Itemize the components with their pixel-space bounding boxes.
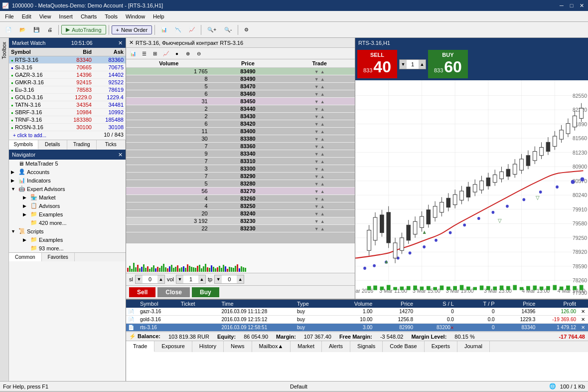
nav-tree-item[interactable]: ▶ 📁 Examples xyxy=(9,210,126,218)
dom-row[interactable]: 11 83400 ▼ ▲ xyxy=(126,128,355,135)
trade-row-close[interactable]: ✕ xyxy=(579,308,588,315)
menu-file[interactable]: File xyxy=(1,11,18,21)
nav-tree-item[interactable]: 🖥 MetaTrader 5 xyxy=(9,160,126,168)
dom-sl-input[interactable] xyxy=(143,276,157,283)
btab-alerts[interactable]: Alerts xyxy=(322,341,350,352)
dom-row[interactable]: 22 83230 ▼ ▲ xyxy=(126,225,355,232)
mw-tab-ticks[interactable]: Ticks xyxy=(97,140,126,150)
maximize-button[interactable]: □ xyxy=(567,1,576,10)
dom-row[interactable]: 30 83380 ▼ ▲ xyxy=(126,135,355,143)
btab-codebase[interactable]: Code Base xyxy=(383,341,424,352)
dom-trade-arrow[interactable]: ▼ ▲ xyxy=(284,128,355,135)
menu-help[interactable]: Help xyxy=(149,11,168,21)
menu-insert[interactable]: Insert xyxy=(55,11,77,21)
dom-trade-arrow[interactable]: ▼ ▲ xyxy=(284,120,355,128)
dom-trade-arrow[interactable]: ▼ ▲ xyxy=(284,195,355,202)
mw-row[interactable]: ● ROSN-3.16 30100 30108 xyxy=(9,124,126,131)
toolbar-zoom-in[interactable]: 🔍+ xyxy=(204,23,220,36)
dom-vol-down[interactable]: ▼ xyxy=(176,275,183,283)
dom-sell-button[interactable]: Sell xyxy=(129,287,155,297)
dom-row[interactable]: 31 83450 ▼ ▲ xyxy=(126,98,355,105)
dom-trade-arrow[interactable]: ▼ ▲ xyxy=(284,143,355,150)
navigator-close[interactable]: ✕ xyxy=(118,152,123,158)
dom-trade-arrow[interactable]: ▼ ▲ xyxy=(284,90,355,98)
toolbar-chart1[interactable]: 📊 xyxy=(157,23,170,36)
dom-row[interactable]: 7 83290 ▼ ▲ xyxy=(126,173,355,180)
dom-row[interactable]: 6 83460 ▼ ▲ xyxy=(126,90,355,98)
mw-add-symbol[interactable]: + click to add... xyxy=(11,132,48,139)
dom-trade-arrow[interactable]: ▼ ▲ xyxy=(284,105,355,113)
nav-tree-item[interactable]: ▶ 📋 Advisors xyxy=(9,201,126,210)
buy-box[interactable]: BUY 833 60 xyxy=(428,50,468,78)
dom-tp-spin[interactable]: ▼ ▲ xyxy=(214,275,244,284)
dom-row[interactable]: 1 765 83490 ▼ ▲ xyxy=(126,68,355,75)
trade-row-close[interactable]: ✕ xyxy=(579,324,588,331)
dom-trade-arrow[interactable]: ▼ ▲ xyxy=(284,210,355,217)
qty-up[interactable]: ▲ xyxy=(419,60,426,69)
dom-trade-arrow[interactable]: ▼ ▲ xyxy=(284,180,355,188)
menu-edit[interactable]: Edit xyxy=(18,11,35,21)
dom-vol-input[interactable] xyxy=(183,276,198,283)
btab-exposure[interactable]: Exposure xyxy=(154,341,192,352)
dom-tp-down[interactable]: ▼ xyxy=(215,275,222,283)
mw-row[interactable]: ● TATN-3.16 34354 34481 xyxy=(9,101,126,109)
toolbar-chart3[interactable]: 📈 xyxy=(185,23,198,36)
dom-sl-up[interactable]: ▲ xyxy=(157,275,164,283)
dom-vol-up[interactable]: ▲ xyxy=(198,275,205,283)
toolbar-settings[interactable]: ⚙ xyxy=(241,23,252,36)
toolbar-chart2[interactable]: 📉 xyxy=(171,23,184,36)
autotrading-button[interactable]: ▶ AutoTrading xyxy=(61,25,106,34)
btab-signals[interactable]: Signals xyxy=(350,341,383,352)
mw-row[interactable]: ● Eu-3.16 78583 78619 xyxy=(9,86,126,94)
dom-trade-arrow[interactable]: ▼ ▲ xyxy=(284,83,355,90)
toolbar-open[interactable]: 📂 xyxy=(16,23,29,36)
nav-tree-item[interactable]: ▶ 👤 Accounts xyxy=(9,168,126,176)
dom-row[interactable]: 4 83250 ▼ ▲ xyxy=(126,202,355,210)
trade-row[interactable]: 📄 gazr-3.16 2016.03.09 11:11:28 buy 1.00… xyxy=(126,308,588,316)
dom-row[interactable]: 9 83340 ▼ ▲ xyxy=(126,150,355,158)
close-button[interactable]: ✕ xyxy=(577,1,586,10)
menu-window[interactable]: Window xyxy=(122,11,149,21)
mw-tab-symbols[interactable]: Symbols xyxy=(9,140,38,150)
trade-row[interactable]: 📄 gold-3.16 2016.03.09 12:15:12 buy 10.0… xyxy=(126,316,588,324)
dom-tp-input[interactable] xyxy=(222,276,237,283)
dom-row[interactable]: 2 83440 ▼ ▲ xyxy=(126,105,355,113)
trade-row[interactable]: 📄 rts-3.16 2016.03.09 12:58:51 buy 3.00 … xyxy=(126,324,588,332)
dom-row[interactable]: 6 83420 ▼ ▲ xyxy=(126,120,355,128)
dom-vol-spin[interactable]: ▼ ▲ xyxy=(176,275,206,284)
btab-experts[interactable]: Experts xyxy=(425,341,457,352)
mw-row[interactable]: ● GOLD-3.16 1229.0 1229.4 xyxy=(9,94,126,101)
nav-tree-item[interactable]: ▼ 📜 Scripts xyxy=(9,227,126,235)
dom-tb-table[interactable]: ⊞ xyxy=(150,49,160,58)
dom-close-button[interactable]: Close xyxy=(157,287,190,297)
dom-tb-list[interactable]: ☰ xyxy=(139,49,149,58)
dom-row[interactable]: 7 83310 ▼ ▲ xyxy=(126,158,355,165)
nav-tab-favorites[interactable]: Favorites xyxy=(42,253,75,261)
dom-row[interactable]: 3 83300 ▼ ▲ xyxy=(126,165,355,173)
dom-tb-candlestick[interactable]: 📈 xyxy=(161,49,171,58)
dom-trade-arrow[interactable]: ▼ ▲ xyxy=(284,158,355,165)
dom-buy-button[interactable]: Buy xyxy=(192,287,219,297)
mw-row[interactable]: ● TRNF-3.16 183380 185488 xyxy=(9,116,126,124)
dom-trade-arrow[interactable]: ▼ ▲ xyxy=(284,113,355,120)
dom-row[interactable]: 3 192 83230 ▼ ▲ xyxy=(126,217,355,225)
dom-tb-chart[interactable]: 📊 xyxy=(128,49,138,58)
dom-tb-minus[interactable]: ⊖ xyxy=(194,49,204,58)
trade-row-close[interactable]: ✕ xyxy=(579,316,588,323)
dom-row[interactable]: 5 83280 ▼ ▲ xyxy=(126,180,355,188)
menu-view[interactable]: View xyxy=(35,11,55,21)
toolbar-print[interactable]: 🖨 xyxy=(44,23,56,36)
menu-tools[interactable]: Tools xyxy=(101,11,122,21)
btab-market[interactable]: Market xyxy=(291,341,322,352)
dom-trade-arrow[interactable]: ▼ ▲ xyxy=(284,68,355,75)
btab-journal[interactable]: Journal xyxy=(457,341,490,352)
nav-tree-item[interactable]: ▶ 📊 Indicators xyxy=(9,176,126,185)
neworder-button[interactable]: + New Order xyxy=(112,25,152,34)
mw-tab-trading[interactable]: Trading xyxy=(67,140,97,150)
dom-tb-dot[interactable]: ● xyxy=(172,49,182,58)
dom-trade-arrow[interactable]: ▼ ▲ xyxy=(284,217,355,225)
minimize-button[interactable]: ─ xyxy=(557,1,566,10)
dom-row[interactable]: 8 83490 ▼ ▲ xyxy=(126,75,355,83)
dom-row[interactable]: 5 83470 ▼ ▲ xyxy=(126,83,355,90)
toolbar-save[interactable]: 💾 xyxy=(30,23,43,36)
